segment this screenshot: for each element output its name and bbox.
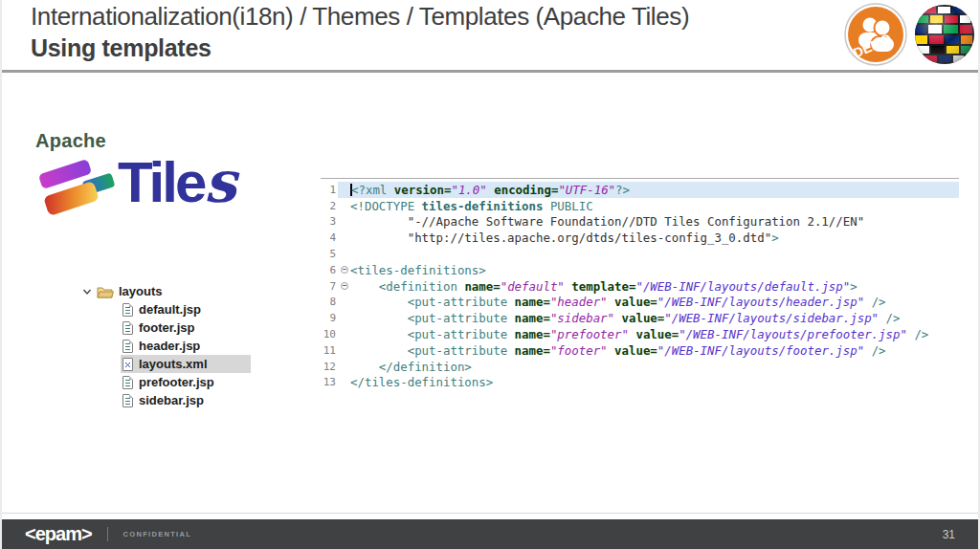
code-text: <?xml version="1.0" encoding="UTF-16"?> xyxy=(350,182,959,198)
tiles-wordmark-s: s xyxy=(204,148,236,215)
page-title: Internationalization(i18n) / Themes / Te… xyxy=(31,2,689,32)
tree-item-layouts.xml[interactable]: layouts.xml xyxy=(121,355,251,373)
epam-logo: <epam> xyxy=(25,523,92,545)
code-line-1: 1<?xml version="1.0" encoding="UTF-16"?> xyxy=(321,182,959,198)
fold-gutter xyxy=(338,246,350,262)
fold-gutter xyxy=(338,342,350,359)
file-tree-children: default.jspfooter.jspheader.jsplayouts.x… xyxy=(121,300,251,409)
fold-gutter xyxy=(338,326,350,342)
file-name: default.jsp xyxy=(139,302,201,317)
page-subtitle: Using templates xyxy=(31,34,212,62)
code-line-4: 4 "http://tiles.apache.org/dtds/tiles-co… xyxy=(321,230,959,246)
code-text: "-//Apache Software Foundation//DTD Tile… xyxy=(350,214,959,231)
jsp-file-icon xyxy=(122,394,133,407)
code-line-2: 2<!DOCTYPE tiles-definitions PUBLIC xyxy=(321,198,959,214)
code-text: <put-attribute name="header" value="/WEB… xyxy=(350,295,959,311)
line-number: 5 xyxy=(321,248,338,260)
fold-marker-icon[interactable] xyxy=(338,278,350,295)
code-line-13: 13</tiles-definitions> xyxy=(321,375,959,391)
line-number: 11 xyxy=(321,344,338,357)
fold-gutter xyxy=(338,214,350,231)
line-number: 2 xyxy=(321,200,338,212)
apache-wordmark: Apache xyxy=(35,130,106,152)
content-divider xyxy=(2,513,978,514)
fold-gutter xyxy=(338,375,350,391)
fold-gutter xyxy=(338,310,350,326)
jsp-file-icon xyxy=(122,321,133,335)
code-text: <put-attribute name="prefooter" value="/… xyxy=(350,326,959,342)
line-number: 7 xyxy=(321,280,338,293)
code-text: <definition name="default" template="/WE… xyxy=(350,278,959,295)
tiles-wordmark-main: Tile xyxy=(118,150,204,214)
code-line-3: 3 "-//Apache Software Foundation//DTD Ti… xyxy=(321,214,959,231)
page-number: 31 xyxy=(943,528,955,541)
jsp-file-icon xyxy=(122,303,133,317)
tree-item-sidebar.jsp[interactable]: sidebar.jsp xyxy=(121,391,251,409)
file-name: layouts.xml xyxy=(139,357,208,371)
apache-tiles-logo: Apache Tiles xyxy=(33,130,311,235)
file-name: sidebar.jsp xyxy=(139,393,204,407)
tiles-wordmark: Tiles xyxy=(118,153,236,211)
code-text xyxy=(350,246,959,262)
line-number: 1 xyxy=(321,184,338,196)
line-number: 3 xyxy=(321,215,338,228)
fold-marker-icon[interactable] xyxy=(338,262,350,278)
xml-file-icon xyxy=(122,358,133,371)
fold-gutter xyxy=(338,198,350,214)
file-name: header.jsp xyxy=(139,339,200,353)
code-line-12: 12 </definition> xyxy=(321,359,959,375)
fold-gutter xyxy=(338,230,350,246)
open-folder-icon xyxy=(97,285,114,298)
flags-globe-icon xyxy=(913,3,976,66)
fold-gutter xyxy=(338,182,350,198)
code-line-10: 10 <put-attribute name="prefooter" value… xyxy=(321,326,959,342)
code-line-5: 5 xyxy=(321,246,959,262)
jsp-file-icon xyxy=(122,376,133,389)
line-number: 10 xyxy=(321,328,338,340)
code-text: <!DOCTYPE tiles-definitions PUBLIC xyxy=(350,198,959,214)
line-number: 4 xyxy=(321,231,338,244)
code-line-11: 11 <put-attribute name="footer" value="/… xyxy=(321,342,959,359)
footer-divider xyxy=(107,527,108,541)
code-line-8: 8 <put-attribute name="header" value="/W… xyxy=(321,295,959,311)
code-text: "http://tiles.apache.org/dtds/tiles-conf… xyxy=(350,230,959,246)
tree-item-layouts[interactable]: layouts xyxy=(82,282,251,300)
line-number: 8 xyxy=(321,296,338,308)
code-text: <put-attribute name="sidebar" value="/WE… xyxy=(350,310,959,326)
file-name: footer.jsp xyxy=(139,320,195,335)
header-icons: DEMO xyxy=(844,3,976,66)
line-number: 13 xyxy=(321,376,338,388)
file-name: prefooter.jsp xyxy=(139,375,214,389)
code-text: </definition> xyxy=(350,359,959,375)
demo-badge-icon: DEMO xyxy=(844,3,907,66)
jsp-file-icon xyxy=(122,340,133,353)
line-number: 6 xyxy=(321,264,338,276)
code-line-7: 7 <definition name="default" template="/… xyxy=(321,278,959,295)
file-tree: layouts default.jspfooter.jspheader.jspl… xyxy=(82,282,251,409)
folder-name: layouts xyxy=(119,284,163,298)
chevron-down-icon[interactable] xyxy=(82,287,92,296)
slide: Internationalization(i18n) / Themes / Te… xyxy=(0,0,980,549)
line-number: 12 xyxy=(321,361,338,373)
tree-item-header.jsp[interactable]: header.jsp xyxy=(121,337,251,355)
xml-code-editor[interactable]: 1<?xml version="1.0" encoding="UTF-16"?>… xyxy=(321,178,959,390)
tree-item-default.jsp[interactable]: default.jsp xyxy=(121,300,251,318)
confidential-label: CONFIDENTIAL xyxy=(123,530,191,538)
slide-footer: <epam> CONFIDENTIAL 31 xyxy=(2,519,978,549)
code-line-9: 9 <put-attribute name="sidebar" value="/… xyxy=(321,310,959,326)
code-text: <tiles-definitions> xyxy=(350,262,959,278)
tree-item-footer.jsp[interactable]: footer.jsp xyxy=(121,318,251,337)
line-number: 9 xyxy=(321,312,338,324)
fold-gutter xyxy=(338,359,350,375)
fold-gutter xyxy=(338,295,350,311)
tree-item-prefooter.jsp[interactable]: prefooter.jsp xyxy=(121,373,251,391)
code-text: <put-attribute name="footer" value="/WEB… xyxy=(350,342,959,359)
code-line-6: 6<tiles-definitions> xyxy=(321,262,959,278)
slide-header: Internationalization(i18n) / Themes / Te… xyxy=(2,0,978,73)
code-text: </tiles-definitions> xyxy=(350,375,959,391)
